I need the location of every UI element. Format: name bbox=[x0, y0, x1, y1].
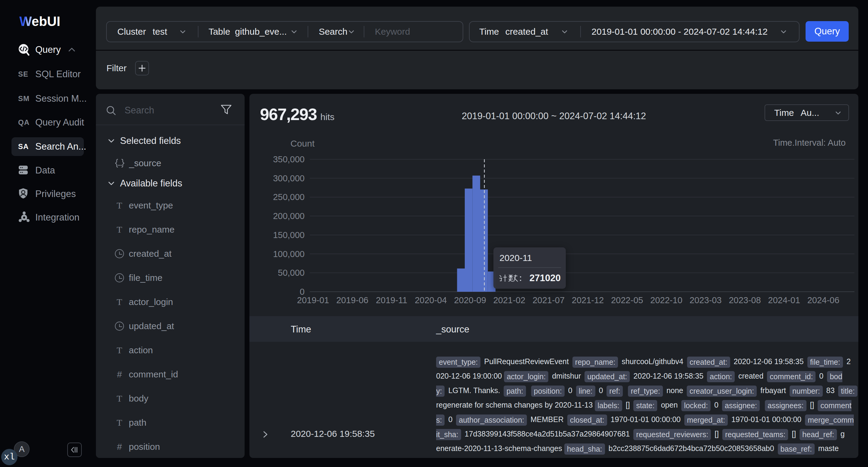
svg-text:2022-10: 2022-10 bbox=[650, 295, 682, 305]
svg-text:2021-07: 2021-07 bbox=[533, 295, 565, 305]
svg-text:2022-05: 2022-05 bbox=[611, 295, 643, 305]
svg-text:2023-08: 2023-08 bbox=[728, 295, 761, 305]
svg-text:2021-12: 2021-12 bbox=[572, 295, 604, 305]
svg-text:300,000: 300,000 bbox=[273, 174, 305, 183]
svg-text:2023-03: 2023-03 bbox=[689, 295, 721, 305]
svg-text:2021-02: 2021-02 bbox=[493, 295, 525, 305]
svg-text:2020-04: 2020-04 bbox=[415, 295, 447, 305]
svg-text:2019-01: 2019-01 bbox=[297, 295, 329, 305]
svg-text:2024-01: 2024-01 bbox=[768, 295, 800, 305]
svg-text:2019-11: 2019-11 bbox=[376, 295, 407, 305]
svg-text:2020-09: 2020-09 bbox=[454, 295, 486, 305]
svg-text:2024-06: 2024-06 bbox=[807, 295, 839, 305]
svg-text:200,000: 200,000 bbox=[273, 211, 305, 221]
svg-text:150,000: 150,000 bbox=[273, 230, 305, 240]
svg-text:100,000: 100,000 bbox=[273, 249, 305, 259]
svg-text:2019-06: 2019-06 bbox=[336, 295, 368, 305]
svg-text:350,000: 350,000 bbox=[273, 154, 305, 164]
svg-text:50,000: 50,000 bbox=[278, 268, 305, 278]
svg-text:250,000: 250,000 bbox=[273, 192, 305, 202]
